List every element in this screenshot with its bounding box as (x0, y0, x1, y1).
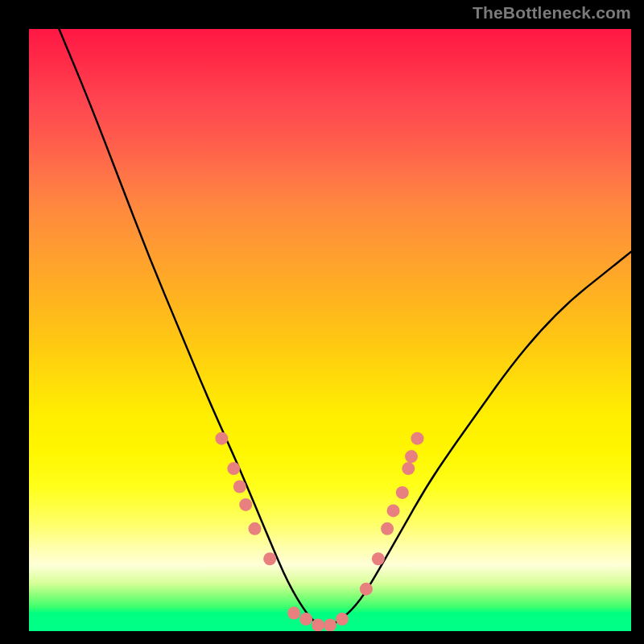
data-markers (215, 432, 423, 631)
marker-dot (287, 607, 300, 620)
marker-dot (381, 522, 394, 535)
marker-dot (215, 432, 228, 445)
marker-dot (324, 619, 336, 631)
marker-dot (402, 462, 415, 475)
marker-dot (299, 613, 312, 625)
attribution-watermark: TheBottleneck.com (473, 3, 631, 23)
marker-dot (396, 486, 409, 499)
bottleneck-curve (59, 29, 631, 625)
marker-dot (227, 462, 240, 475)
marker-dot (336, 613, 349, 625)
marker-dot (249, 522, 262, 535)
marker-dot (360, 583, 373, 596)
plot-area (29, 29, 631, 631)
chart-frame (8, 8, 636, 636)
marker-dot (233, 480, 246, 493)
marker-dot (405, 450, 418, 463)
marker-dot (372, 552, 385, 565)
marker-dot (312, 619, 324, 631)
plot-svg (29, 29, 631, 631)
marker-dot (411, 432, 423, 445)
marker-dot (387, 504, 400, 517)
marker-dot (263, 552, 276, 565)
marker-dot (239, 498, 252, 511)
